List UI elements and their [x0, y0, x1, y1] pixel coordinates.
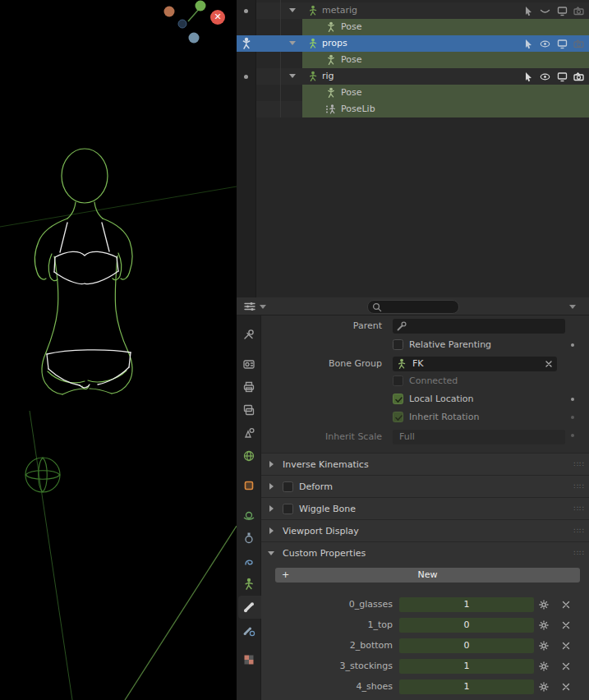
panel-drag-handle[interactable]: ∷∷: [574, 476, 585, 498]
local-location-checkbox[interactable]: [393, 394, 403, 404]
delete-x-icon[interactable]: [560, 640, 572, 652]
eye-icon[interactable]: [539, 38, 551, 50]
pose-icon: [325, 87, 337, 99]
tab-bone-constraint[interactable]: [242, 624, 255, 637]
deform-checkbox[interactable]: [283, 481, 293, 492]
animate-decorator[interactable]: [571, 434, 574, 437]
expand-toggle[interactable]: [289, 41, 296, 45]
tab-physics[interactable]: [242, 509, 255, 522]
outliner-panel[interactable]: metarig props rig Pose Pose Pose PoseLib: [237, 0, 589, 297]
tab-world[interactable]: [242, 449, 255, 463]
delete-x-icon[interactable]: [560, 661, 572, 672]
custom-prop-value[interactable]: 0: [399, 618, 534, 633]
viewport-scene: [0, 0, 237, 700]
custom-prop-value[interactable]: 1: [399, 597, 534, 612]
tab-armature-data[interactable]: [242, 578, 255, 591]
header-chevron-down-icon[interactable]: [569, 305, 576, 309]
search-input[interactable]: [367, 300, 459, 314]
select-cursor-icon[interactable]: [522, 38, 535, 50]
gear-icon[interactable]: [537, 619, 550, 632]
panel-drag-handle[interactable]: ∷∷: [574, 454, 585, 476]
panel-wiggle-bone[interactable]: Wiggle Bone ∷∷: [261, 497, 589, 519]
3d-viewport[interactable]: ✕: [0, 0, 237, 700]
tab-render[interactable]: [242, 357, 255, 371]
gear-icon[interactable]: [537, 680, 550, 693]
panel-drag-handle[interactable]: ∷∷: [574, 542, 585, 564]
gear-icon[interactable]: [537, 639, 550, 652]
outliner-item-pose[interactable]: Pose: [341, 85, 361, 101]
inherit-rotation-label: Inherit Rotation: [409, 412, 479, 423]
monitor-icon[interactable]: [556, 5, 568, 17]
tab-object[interactable]: [242, 479, 255, 492]
chevron-right-icon: [269, 527, 274, 534]
gear-icon[interactable]: [537, 660, 550, 673]
delete-x-icon[interactable]: [560, 599, 572, 610]
properties-tab-strip: [237, 315, 261, 700]
poselib-icon: [325, 104, 337, 115]
eye-icon[interactable]: [539, 71, 551, 83]
eye-closed-icon[interactable]: [539, 5, 551, 17]
parent-field[interactable]: [393, 319, 565, 334]
delete-x-icon[interactable]: [560, 681, 572, 693]
custom-prop-value[interactable]: 0: [399, 638, 534, 653]
outliner-item-props[interactable]: props: [322, 35, 347, 52]
close-icon[interactable]: ✕: [210, 10, 225, 25]
bone-group-field[interactable]: FK: [393, 357, 557, 371]
camera-icon[interactable]: [573, 71, 585, 83]
bone-group-label: Bone Group: [261, 357, 382, 371]
outliner-item-pose[interactable]: Pose: [341, 19, 361, 35]
select-cursor-icon[interactable]: [522, 5, 535, 17]
animate-decorator[interactable]: [571, 416, 574, 419]
custom-prop-value[interactable]: 1: [399, 679, 534, 694]
inherit-scale-label: Inherit Scale: [261, 430, 382, 444]
plus-icon: +: [282, 568, 289, 583]
expand-toggle[interactable]: [289, 74, 296, 78]
wiggle-bone-checkbox[interactable]: [283, 504, 293, 514]
panel-label: Deform: [299, 476, 333, 498]
camera-icon[interactable]: [573, 5, 585, 17]
monitor-icon[interactable]: [556, 71, 568, 83]
tab-texture[interactable]: [242, 653, 255, 666]
camera-icon[interactable]: [573, 38, 585, 50]
tab-scene[interactable]: [242, 426, 255, 440]
tab-object-data[interactable]: [242, 555, 255, 568]
pose-mode-icon[interactable]: [240, 37, 253, 50]
navigation-gizmo[interactable]: [156, 0, 214, 46]
panel-deform[interactable]: Deform ∷∷: [261, 475, 589, 497]
panel-viewport-display[interactable]: Viewport Display ∷∷: [261, 519, 589, 541]
custom-prop-value[interactable]: 1: [399, 659, 534, 674]
chevron-right-icon: [269, 461, 274, 467]
select-cursor-icon[interactable]: [522, 71, 535, 83]
tab-tool[interactable]: [242, 328, 255, 341]
editor-type-icon[interactable]: [243, 300, 256, 313]
gear-icon[interactable]: [537, 598, 550, 611]
outliner-item-pose[interactable]: Pose: [341, 52, 361, 68]
panel-inverse-kinematics[interactable]: Inverse Kinematics ∷∷: [261, 453, 589, 475]
mode-dot[interactable]: [244, 75, 248, 79]
outliner-item-poselib[interactable]: PoseLib: [341, 101, 375, 117]
clear-icon[interactable]: [543, 358, 554, 370]
connected-checkbox[interactable]: [393, 375, 403, 386]
inherit-scale-dropdown[interactable]: Full: [393, 430, 565, 444]
editor-type-chevron-down-icon[interactable]: [260, 305, 266, 309]
delete-x-icon[interactable]: [560, 619, 572, 631]
panel-drag-handle[interactable]: ∷∷: [574, 520, 585, 542]
outliner-column-divider: [280, 0, 281, 117]
tab-output[interactable]: [242, 380, 255, 394]
outliner-item-metarig[interactable]: metarig: [322, 2, 357, 19]
outliner-item-rig[interactable]: rig: [322, 68, 334, 85]
animate-decorator[interactable]: [571, 343, 574, 347]
panel-drag-handle[interactable]: ∷∷: [574, 498, 585, 520]
relative-parenting-checkbox[interactable]: [393, 339, 403, 350]
inherit-rotation-checkbox[interactable]: [393, 412, 403, 422]
monitor-icon[interactable]: [556, 38, 568, 50]
custom-prop-name: 3_stockings: [261, 659, 393, 674]
panel-custom-properties[interactable]: Custom Properties ∷∷: [261, 541, 589, 564]
animate-decorator[interactable]: [571, 398, 574, 401]
tab-constraints[interactable]: [242, 532, 255, 545]
expand-toggle[interactable]: [289, 8, 296, 12]
mode-dot[interactable]: [244, 9, 248, 13]
new-property-button[interactable]: + New: [275, 568, 580, 583]
tab-view-layer[interactable]: [242, 403, 255, 417]
tab-bone-active[interactable]: [242, 601, 255, 614]
